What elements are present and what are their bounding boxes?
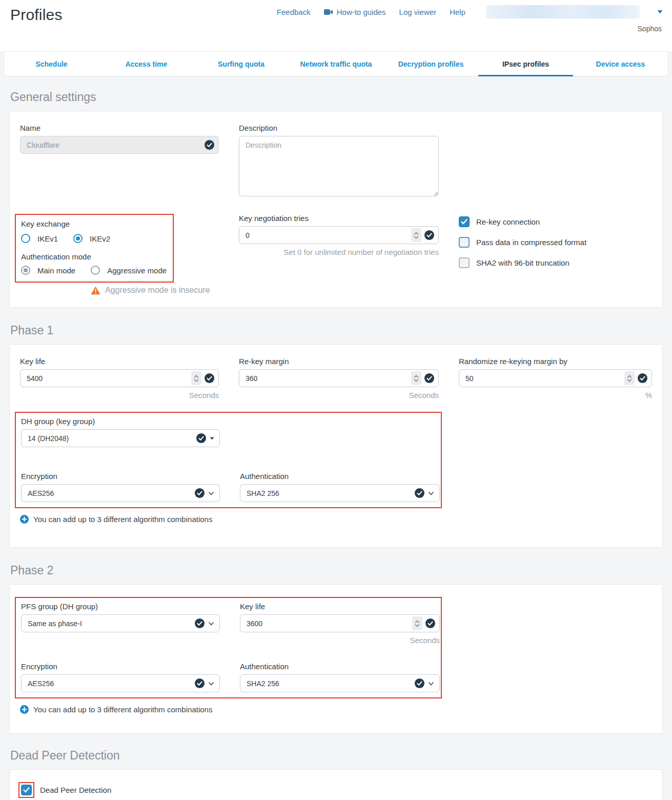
- p1-dh-group-select[interactable]: 14 (DH2048): [21, 429, 220, 447]
- chevron-down-icon: [208, 491, 214, 495]
- radio-main-mode-label: Main mode: [37, 266, 75, 275]
- radio-ikev1[interactable]: [21, 234, 30, 243]
- p2-authentication-label: Authentication: [240, 662, 440, 671]
- tab-surfing-quota[interactable]: Surfing quota: [194, 52, 289, 76]
- radio-aggressive-mode[interactable]: [91, 266, 100, 275]
- feedback-link[interactable]: Feedback: [277, 8, 311, 16]
- description-label: Description: [239, 124, 439, 132]
- p2-pfs-group-select[interactable]: Same as phase-I: [21, 614, 220, 632]
- stepper-arrows[interactable]: [411, 371, 421, 385]
- log-viewer-link[interactable]: Log viewer: [399, 8, 437, 16]
- tab-device-access[interactable]: Device access: [573, 52, 668, 76]
- p1-randomize-field: [459, 369, 652, 387]
- aggressive-mode-warning: Aggressive mode is insecure: [105, 286, 210, 295]
- dpd-enable-label: Dead Peer Detection: [40, 786, 111, 794]
- p2-encryption-select[interactable]: AES256: [21, 674, 220, 692]
- key-negotiation-input[interactable]: [246, 231, 408, 239]
- p2-key-life-label: Key life: [240, 602, 440, 611]
- stepper-arrows[interactable]: [624, 371, 635, 385]
- valid-check-icon: [205, 140, 214, 150]
- general-settings-card: Name Description Key exchange: [9, 111, 663, 308]
- radio-aggressive-mode-label: Aggressive mode: [107, 266, 167, 275]
- p2-add-combination-row[interactable]: You can add up to 3 different algorithm …: [20, 705, 652, 714]
- compressed-format-checkbox[interactable]: [459, 237, 470, 248]
- p2-key-life-unit: Seconds: [240, 636, 440, 645]
- key-negotiation-helper: Set 0 for unlimited number of negotiatio…: [239, 248, 439, 256]
- name-label: Name: [20, 124, 219, 132]
- p1-randomize-unit: %: [459, 391, 652, 399]
- tab-network-traffic-quota[interactable]: Network traffic quota: [289, 52, 383, 76]
- dpd-card: Dead Peer Detection Check peer after eve…: [9, 769, 663, 800]
- annotation-box-phase2-algorithms: PFS group (DH group) Same as phase-I Key…: [15, 597, 442, 698]
- key-negotiation-label: Key negotiation tries: [239, 214, 439, 223]
- valid-check-icon: [415, 678, 424, 688]
- sha2-truncation-row[interactable]: SHA2 with 96-bit truncation: [459, 257, 652, 268]
- p1-key-life-field: [20, 369, 219, 387]
- p2-authentication-select[interactable]: SHA2 256: [240, 674, 440, 692]
- account-name-redacted[interactable]: [486, 5, 640, 18]
- plus-circle-icon[interactable]: [20, 705, 29, 714]
- phase2-heading: Phase 2: [10, 564, 663, 577]
- valid-check-icon: [425, 618, 435, 628]
- p1-encryption-label: Encryption: [21, 472, 220, 481]
- howto-guides-link[interactable]: How-to guides: [324, 8, 386, 16]
- rekey-connection-row[interactable]: Re-key connection: [459, 216, 652, 227]
- dpd-enable-checkbox[interactable]: [21, 785, 32, 795]
- annotation-box-key-exchange: Key exchange IKEv1 IKEv2 Authentication …: [15, 214, 174, 283]
- valid-check-icon: [196, 433, 206, 443]
- chevron-down-icon: [428, 682, 434, 686]
- sha2-truncation-checkbox[interactable]: [459, 257, 470, 268]
- p2-key-life-input[interactable]: [247, 619, 409, 628]
- stepper-arrows[interactable]: [191, 371, 201, 385]
- brand-label: Sophos: [638, 25, 662, 33]
- valid-check-icon: [415, 488, 424, 498]
- p1-rekey-margin-field: [239, 369, 439, 387]
- dropdown-triangle-icon: [210, 437, 214, 440]
- p2-encryption-label: Encryption: [21, 662, 220, 671]
- valid-check-icon: [195, 618, 205, 628]
- valid-check-icon: [424, 373, 434, 383]
- valid-check-icon: [424, 230, 434, 240]
- tab-decryption-profiles[interactable]: Decryption profiles: [383, 52, 478, 76]
- p1-key-life-input[interactable]: [27, 374, 188, 383]
- p1-authentication-select[interactable]: SHA2 256: [240, 484, 440, 502]
- description-textarea[interactable]: [239, 136, 439, 196]
- annotation-box-phase1-algorithms: DH group (key group) 14 (DH2048) Encrypt…: [15, 412, 442, 508]
- valid-check-icon: [195, 488, 205, 498]
- radio-main-mode[interactable]: [21, 266, 30, 275]
- account-dropdown-caret-icon[interactable]: [657, 10, 663, 14]
- annotation-box-dpd-checkbox: [18, 782, 34, 798]
- general-settings-heading: General settings: [10, 90, 663, 104]
- tab-schedule[interactable]: Schedule: [4, 52, 99, 76]
- p1-rekey-margin-unit: Seconds: [239, 391, 439, 399]
- rekey-connection-checkbox[interactable]: [459, 216, 470, 227]
- p2-add-combination-note: You can add up to 3 different algorithm …: [33, 705, 212, 714]
- valid-check-icon: [205, 373, 214, 383]
- key-exchange-label: Key exchange: [21, 219, 167, 228]
- rekey-connection-label: Re-key connection: [476, 217, 540, 226]
- help-link[interactable]: Help: [450, 8, 465, 16]
- p1-randomize-input[interactable]: [465, 374, 621, 383]
- stepper-arrows[interactable]: [411, 228, 421, 242]
- plus-circle-icon[interactable]: [20, 515, 29, 524]
- p2-key-life-field: [240, 614, 440, 632]
- p1-rekey-margin-input[interactable]: [246, 374, 408, 383]
- stepper-arrows[interactable]: [412, 616, 422, 630]
- chevron-down-icon: [428, 491, 434, 495]
- p1-dh-group-label: DH group (key group): [21, 417, 220, 426]
- tab-bar: Schedule Access time Surfing quota Netwo…: [4, 51, 668, 76]
- p1-encryption-select[interactable]: AES256: [21, 484, 220, 502]
- compressed-format-label: Pass data in compressed format: [476, 238, 586, 247]
- auth-mode-label: Authentication mode: [21, 252, 167, 261]
- compressed-format-row[interactable]: Pass data in compressed format: [459, 237, 652, 248]
- page-header: Profiles Feedback How-to guides Log view…: [0, 0, 672, 51]
- tab-access-time[interactable]: Access time: [99, 52, 194, 76]
- radio-ikev2[interactable]: [73, 234, 83, 243]
- name-field: [20, 136, 219, 154]
- radio-ikev2-label: IKEv2: [90, 234, 110, 243]
- p1-add-combination-row[interactable]: You can add up to 3 different algorithm …: [20, 515, 652, 524]
- tab-ipsec-profiles[interactable]: IPsec profiles: [478, 52, 573, 76]
- phase1-heading: Phase 1: [10, 324, 663, 337]
- p1-add-combination-note: You can add up to 3 different algorithm …: [33, 515, 212, 524]
- chevron-down-icon: [208, 622, 214, 626]
